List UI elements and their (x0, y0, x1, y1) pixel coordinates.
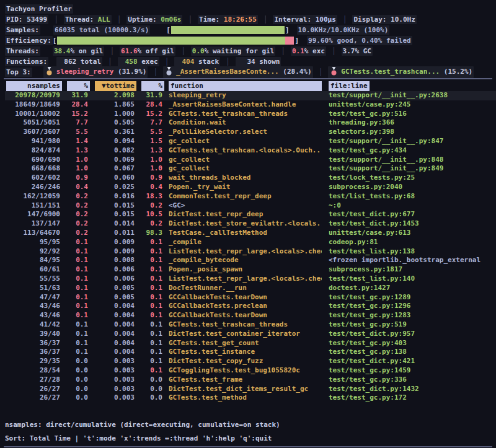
cell-file-line: subprocess.py:2040 (322, 183, 496, 192)
cell-file-line: test/lock_tests.py:25 (322, 173, 496, 183)
cell-percent-direct: 7.7 (62, 118, 90, 128)
table-row[interactable]: 690/6901.00.0691.0gc_collecttest/support… (5, 156, 496, 165)
efficiency-line: Efficiency:[] 99.60% good, 0.40% failed (0, 35, 496, 46)
cell-file-line: test/test_gc.py:1296 (322, 302, 496, 311)
column-header-percent-direct[interactable]: % (67, 81, 90, 91)
samples-line: Samples: 66035 total (10000.3/s) [] 10.0… (0, 25, 496, 35)
separator: │ (181, 47, 185, 55)
table-row[interactable]: 92/920.10.0090.1ListTest.test_repr_large… (5, 247, 496, 257)
threads-text: % on gil (70, 47, 103, 55)
status-line: PID: 53499│Thread: ALL│Uptime: 0m06s│Tim… (0, 14, 496, 25)
cell-file-line: unittest/case.py:613 (322, 229, 496, 238)
status-label: Display: (353, 15, 391, 24)
functions-count: 404 (175, 58, 194, 66)
separator: │ (165, 58, 169, 66)
cell-tottime: 1.000 (90, 110, 136, 119)
table-row[interactable]: 602/6020.90.0600.9wait_threads_blockedte… (5, 173, 496, 183)
table-row[interactable]: 162/120590.20.01618.3CommonTest.test_rep… (5, 192, 496, 201)
cell-tottime: 0.011 (90, 229, 136, 238)
table-row[interactable]: 29/350.00.0030.1DictTest.test_copy_fuzzt… (5, 357, 496, 366)
cell-function: gc_collect (164, 156, 322, 165)
table-row[interactable]: 43/460.10.0040.1GCCallbackTests.preclean… (5, 302, 496, 311)
table-row[interactable]: 26/270.00.0030.0DictTest.test_dict_items… (5, 385, 496, 394)
table-row[interactable]: 18649/1864928.41.86528.4_AssertRaisesBas… (5, 100, 496, 110)
cell-nsamples: 51/63 (5, 284, 62, 293)
cell-function: wait_threads_blocked (164, 173, 322, 183)
cell-file-line: test/test_gc.py:403 (322, 339, 496, 348)
cell-tottime: 0.004 (90, 348, 136, 357)
table-row[interactable]: 3607/36075.50.3615.5_PollLikeSelector.se… (5, 128, 496, 137)
cell-file-line: test/test_dict.py:421 (322, 357, 496, 366)
table-row[interactable]: 55/550.10.0060.1ListTest.test_repr_large… (5, 275, 496, 284)
table-row[interactable]: 36/370.10.0040.1GCTests.test_get_countte… (5, 339, 496, 348)
cell-function: GCTogglingTests.test_bug1055820c (164, 366, 322, 376)
cell-nsamples: 26/27 (5, 393, 62, 403)
cell-nsamples: 20978/20979 (5, 91, 62, 100)
table-row[interactable]: 137/1470.20.0140.2DictTest.test_store_ev… (5, 219, 496, 229)
efficiency-bar-good (57, 37, 285, 45)
table-row[interactable]: 5051/50517.70.5057.7Condition.waitthread… (5, 118, 496, 128)
table-row[interactable]: 39/400.10.0040.1DictTest.test_container_… (5, 330, 496, 339)
cell-percent-direct: 0.1 (62, 320, 90, 330)
table-row[interactable]: 10001/1000215.21.00015.2GCTests.test_tra… (5, 110, 496, 119)
column-header-percent-cumulative[interactable]: % (141, 81, 164, 91)
functions-count: 458 (119, 58, 138, 66)
cell-percent-direct: 0.1 (62, 311, 90, 320)
table-row[interactable]: 28/540.00.0030.1GCTogglingTests.test_bug… (5, 366, 496, 376)
table-row[interactable]: 60/610.10.0060.1Popen._posix_spawnsubpro… (5, 265, 496, 275)
cell-function: GCCallbackTests.preclean (164, 302, 322, 311)
cell-tottime: 0.009 (90, 238, 136, 247)
table-row[interactable]: 26/270.00.0030.0GCTests.test_methodtest/… (5, 393, 496, 403)
column-header-function[interactable]: function (169, 81, 322, 91)
table-body: 20978/2097931.92.09831.9sleeping_retryte… (0, 91, 496, 403)
cell-percent-cumulative: 0.0 (136, 385, 164, 394)
table-row[interactable]: 824/8741.30.0821.3GCTests.test_trashcan.… (5, 146, 496, 156)
column-header-tottime-sorted[interactable]: ▼tottime (95, 81, 136, 91)
table-row[interactable]: 41/420.10.0040.1GCTests.test_trashcan_th… (5, 320, 496, 330)
table-row[interactable]: 84/950.10.0080.1_compile_bytecode<frozen… (5, 256, 496, 265)
threads-item: 0.0% waiting for gil (191, 46, 275, 56)
cell-percent-direct: 15.2 (62, 110, 90, 119)
table-row[interactable]: 668/6681.00.0671.0gc_collecttest/support… (5, 164, 496, 173)
cell-percent-cumulative: 0.0 (136, 393, 164, 403)
cell-file-line: test/test_dict.py:677 (322, 210, 496, 219)
cell-percent-cumulative: 0.1 (136, 302, 164, 311)
cell-tottime: 0.004 (90, 311, 136, 320)
table-row[interactable]: 51/630.10.0050.1DocTestRunner.__rundocte… (5, 284, 496, 293)
separator: │ (188, 15, 192, 24)
cell-file-line: test/test_gc.py:434 (322, 146, 496, 156)
table-row[interactable]: 941/9801.40.0941.5gc_collecttest/support… (5, 137, 496, 146)
table-row[interactable]: 246/2460.40.0250.4Popen._try_waitsubproc… (5, 183, 496, 192)
table-row[interactable]: 47/470.10.0050.1GCCallbackTests.tearDown… (5, 293, 496, 302)
table-row[interactable]: 20978/2097931.92.09831.9sleeping_retryte… (5, 91, 496, 100)
cell-tottime: 0.008 (90, 256, 136, 265)
status-item: Interval: 100μs (273, 15, 337, 24)
cell-nsamples: 92/92 (5, 247, 62, 257)
cell-percent-direct: 28.4 (62, 100, 90, 110)
cell-file-line: doctest.py:1427 (322, 284, 496, 293)
table-row[interactable]: 147/69000.20.01510.5DictTest.test_repr_d… (5, 210, 496, 219)
cell-nsamples: 36/37 (5, 339, 62, 348)
table-row[interactable]: 113/646700.20.01198.3TestCase._callTestM… (5, 229, 496, 238)
column-header-file-line[interactable]: file:line (329, 81, 370, 91)
table-row[interactable]: 43/460.10.0040.1GCCallbackTests.tearDown… (5, 311, 496, 320)
threads-value: 61.6 (121, 47, 138, 55)
table-row[interactable]: 36/370.10.0040.1GCTests.test_instancetes… (5, 348, 496, 357)
cell-function: Popen._try_wait (164, 183, 322, 192)
table-row[interactable]: 95/950.10.0090.1_compilecodeop.py:81 (5, 238, 496, 247)
cell-function: GCCallbackTests.tearDown (164, 311, 322, 320)
cell-file-line: test/test_gc.py:172 (322, 393, 496, 403)
separator: │ (319, 68, 323, 76)
cell-percent-direct: 1.0 (62, 156, 90, 165)
cell-function: _compile_bytecode (164, 256, 322, 265)
cell-nsamples: 43/46 (5, 302, 62, 311)
table-row[interactable]: 151/1510.20.0150.2<GC>~:0 (5, 201, 496, 211)
cell-tottime: 0.006 (90, 275, 136, 284)
functions-text: stack (194, 58, 219, 66)
cell-function: DictTest.test_dict_items_result_gc (164, 385, 322, 394)
column-header-nsamples[interactable]: nsamples (6, 81, 62, 91)
table-row[interactable]: 27/280.00.0030.0GCTests.test_frametest/t… (5, 376, 496, 385)
cell-tottime: 0.005 (90, 293, 136, 302)
cell-tottime: 0.015 (90, 210, 136, 219)
top3-function-name: _AssertRaisesBaseConte... (176, 68, 279, 76)
